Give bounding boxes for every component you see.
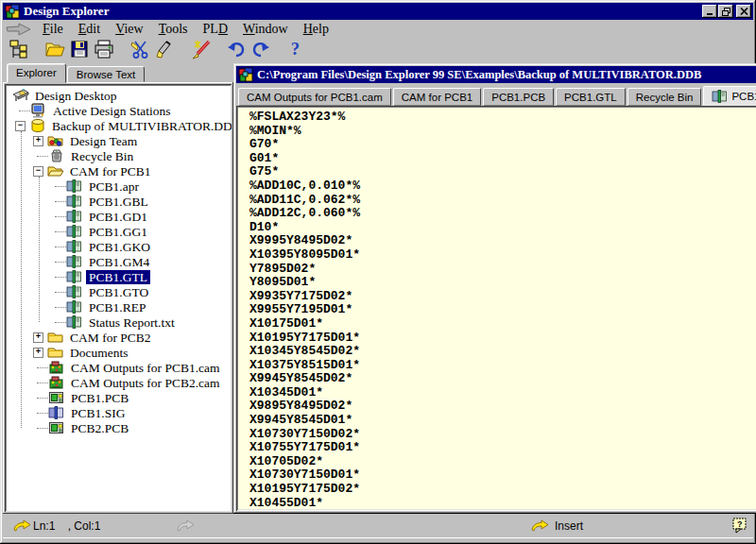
workspace: ExplorerBrowse Text Design DesktopActive… bbox=[3, 63, 753, 514]
menu-tools[interactable]: Tools bbox=[151, 21, 196, 38]
tree-item-label: CAM Outputs for PCB1.cam bbox=[68, 361, 223, 375]
paste-button[interactable] bbox=[152, 40, 177, 62]
expand-box[interactable]: + bbox=[33, 332, 43, 343]
sig-icon bbox=[48, 405, 65, 420]
undo-button[interactable] bbox=[224, 40, 249, 62]
document-tab-pcb1-pcb[interactable]: PCB1.PCB bbox=[483, 88, 554, 106]
open-document-button[interactable] bbox=[43, 40, 67, 62]
document-tab-label: PCB1.GTL bbox=[564, 92, 617, 103]
tree-item-design-desktop[interactable]: Design Desktop bbox=[5, 88, 232, 103]
collapse-box[interactable]: − bbox=[33, 166, 43, 177]
tab-explorer[interactable]: Explorer bbox=[7, 63, 66, 83]
tree-item-label: Documents bbox=[67, 346, 131, 360]
restore-button[interactable] bbox=[718, 5, 733, 18]
app-icon bbox=[5, 4, 20, 19]
menu-pld[interactable]: PLD bbox=[196, 21, 235, 38]
document-window-title: C:\Program Files\Design Explorer 99 SE\E… bbox=[257, 68, 756, 82]
folder-open-icon bbox=[47, 163, 64, 178]
tree-item-label: Design Desktop bbox=[32, 89, 120, 103]
tree-item-label: PCB1.apr bbox=[86, 179, 142, 194]
tree-item-cam-for-pcb2[interactable]: +CAM for PCB2 bbox=[5, 330, 232, 345]
menu-window[interactable]: Window bbox=[235, 21, 296, 38]
save-button[interactable] bbox=[67, 40, 92, 62]
tree-item-label: CAM Outputs for PCB2.cam bbox=[68, 376, 223, 390]
print-button[interactable] bbox=[92, 40, 116, 62]
document-tabs: CAM Outputs for PCB1.camCAM for PCB1PCB1… bbox=[236, 83, 756, 106]
tree-item-pcb1-gm4[interactable]: PCB1.GM4 bbox=[5, 254, 232, 269]
minimize-button[interactable] bbox=[702, 5, 717, 18]
tree-item-pcb1-pcb[interactable]: PCB1.PCB bbox=[5, 390, 232, 405]
knife-button[interactable] bbox=[188, 40, 213, 62]
help-bubble-icon[interactable]: ? bbox=[732, 514, 747, 537]
editor-line: X10455D01* bbox=[249, 497, 756, 509]
open-document-icon bbox=[43, 39, 66, 63]
tree-item-active-design-stations[interactable]: Active Design Stations bbox=[5, 103, 232, 118]
menu-file[interactable]: File bbox=[35, 21, 71, 38]
tree-item-pcb1-apr[interactable]: PCB1.apr bbox=[5, 178, 232, 194]
tree-item-pcb1-gd1[interactable]: PCB1.GD1 bbox=[5, 209, 232, 224]
redo-button[interactable] bbox=[249, 40, 273, 62]
tree-item-pcb1-gbl[interactable]: PCB1.GBL bbox=[5, 194, 232, 209]
document-tab-label: PCB1.PCB bbox=[491, 92, 545, 103]
collapse-box[interactable]: − bbox=[15, 121, 26, 131]
tree-item-design-team[interactable]: +Design Team bbox=[5, 133, 232, 148]
tree-item-pcb2-pcb[interactable]: PCB2.PCB bbox=[5, 420, 232, 435]
tree-item-recycle-bin[interactable]: Recycle Bin bbox=[5, 148, 232, 163]
document-tab-pcb1-gtl[interactable]: PCB1.GTL bbox=[556, 88, 626, 106]
doc-icon bbox=[66, 194, 83, 209]
print-icon bbox=[93, 39, 115, 63]
text-editor[interactable]: %FSLAX23Y23*%%MOIN*%G70*G01*G75*%ADD10C,… bbox=[238, 108, 756, 509]
menu-arrow-icon[interactable] bbox=[3, 23, 35, 36]
cam-icon bbox=[48, 360, 65, 375]
editor-line: %ADD10C,0.010*% bbox=[249, 179, 756, 194]
tree-item-pcb1-sig[interactable]: PCB1.SIG bbox=[5, 405, 232, 420]
tree-item-label: PCB1.GBL bbox=[86, 195, 151, 209]
menu-view[interactable]: View bbox=[108, 21, 151, 38]
tree-item-label: PCB2.PCB bbox=[68, 421, 131, 435]
jump-arrow-gray-icon bbox=[176, 514, 195, 537]
tree-item-cam-for-pcb1[interactable]: −CAM for PCB1 bbox=[5, 163, 232, 178]
tree-item-pcb1-gtl[interactable]: PCB1.GTL bbox=[5, 269, 232, 284]
cut-button[interactable] bbox=[128, 40, 152, 62]
tree-item-pcb1-gto[interactable]: PCB1.GTO bbox=[5, 284, 232, 299]
close-button[interactable] bbox=[736, 5, 751, 18]
expand-box[interactable]: + bbox=[33, 136, 43, 146]
menu-edit[interactable]: Edit bbox=[71, 21, 108, 38]
tree-item-cam-outputs-for-pcb1-cam[interactable]: CAM Outputs for PCB1.cam bbox=[5, 360, 232, 375]
line-col-indicator: Ln:1 , Col:1 bbox=[33, 514, 100, 537]
desktop-icon bbox=[12, 88, 29, 103]
editor-line: X10375Y8515D01* bbox=[249, 359, 756, 373]
tab-browse-text[interactable]: Browse Text bbox=[67, 66, 145, 82]
document-tab-cam-outputs-for-pcb1-cam[interactable]: CAM Outputs for PCB1.cam bbox=[238, 88, 391, 106]
tree-item-label: Design Team bbox=[67, 134, 140, 148]
tree-item-documents[interactable]: +Documents bbox=[5, 345, 232, 360]
design-manager-button[interactable] bbox=[7, 40, 31, 62]
pcb-icon bbox=[48, 420, 65, 435]
redo-icon bbox=[250, 40, 271, 62]
tree-item-pcb1-gg1[interactable]: PCB1.GG1 bbox=[5, 224, 232, 239]
help-button[interactable]: ? bbox=[284, 40, 309, 62]
editor-line: Y8095D01* bbox=[249, 276, 756, 290]
tree-item-label: PCB1.SIG bbox=[68, 406, 128, 420]
document-tab-pcb1-gtl[interactable]: PCB1.GTL bbox=[703, 86, 756, 106]
expand-box[interactable]: + bbox=[33, 348, 43, 358]
workstation-icon bbox=[30, 103, 47, 118]
tree-item-label: Recycle Bin bbox=[68, 149, 136, 163]
statusbar: Ln:1 , Col:1 Insert ? bbox=[3, 514, 753, 537]
tree-item-backup-of-multivibrator-ddb[interactable]: −Backup of MULTIVIBRATOR.DDB bbox=[5, 118, 232, 133]
document-tab-recycle-bin[interactable]: Recycle Bin bbox=[627, 88, 702, 106]
tree-item-label: Backup of MULTIVIBRATOR.DDB bbox=[49, 119, 232, 133]
tree-item-pcb1-gko[interactable]: PCB1.GKO bbox=[5, 239, 232, 254]
doc-icon bbox=[66, 254, 83, 269]
tree-item-label: CAM for PCB1 bbox=[67, 164, 154, 178]
editor-line: X10395Y8095D01* bbox=[249, 248, 756, 263]
tree-item-cam-outputs-for-pcb2-cam[interactable]: CAM Outputs for PCB2.cam bbox=[5, 375, 232, 390]
help-icon: ? bbox=[289, 40, 304, 62]
editor-line: X10345Y8545D02* bbox=[249, 345, 756, 359]
document-tab-cam-for-pcb1[interactable]: CAM for PCB1 bbox=[393, 88, 481, 106]
tree-item-status-report-txt[interactable]: Status Report.txt bbox=[5, 314, 232, 330]
paste-icon bbox=[154, 39, 175, 63]
cut-icon bbox=[129, 39, 151, 63]
menu-help[interactable]: Help bbox=[296, 21, 336, 38]
tree-item-pcb1-rep[interactable]: PCB1.REP bbox=[5, 299, 232, 314]
